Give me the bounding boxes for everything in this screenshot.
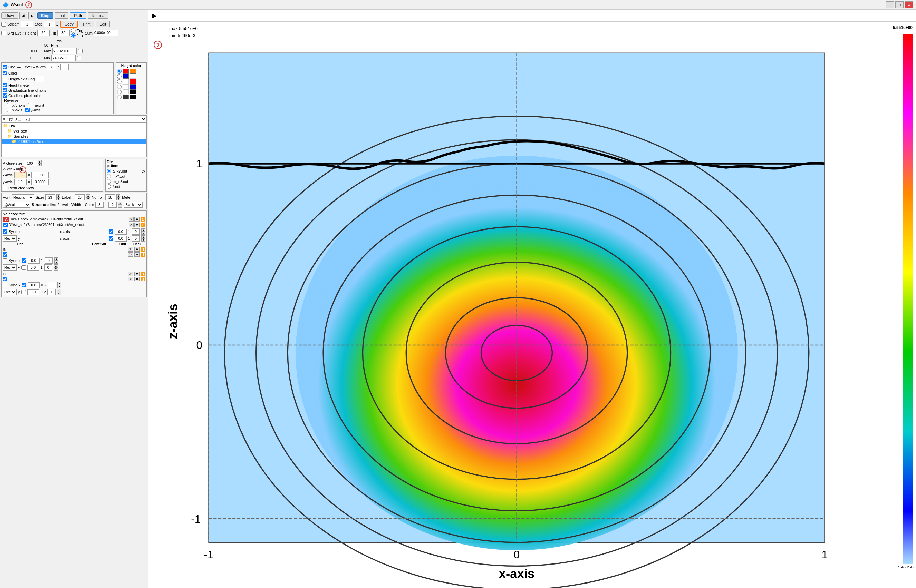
cx-cent[interactable]	[28, 282, 40, 288]
color-swatch-4a[interactable]	[123, 84, 129, 89]
close-button[interactable]: ✕	[905, 2, 913, 8]
sync-b-checkbox[interactable]	[3, 258, 7, 263]
z-axis-chk[interactable]	[109, 236, 113, 241]
c2-chk[interactable]	[3, 277, 7, 281]
struct-level-input[interactable]	[108, 202, 117, 208]
b2-chk[interactable]	[3, 252, 7, 257]
sum-input[interactable]	[94, 30, 118, 36]
c2-star-btn[interactable]: ✱	[134, 277, 140, 281]
prev-button[interactable]: ◀	[19, 12, 27, 19]
sl-up[interactable]: ▲	[118, 202, 122, 205]
min-input[interactable]	[52, 55, 76, 61]
z-deci-input[interactable]	[131, 235, 140, 242]
bird-eye-checkbox[interactable]	[2, 31, 6, 35]
color-swatch-1a[interactable]	[123, 69, 129, 73]
ls-up[interactable]: ▲	[86, 194, 90, 197]
pic-size-up[interactable]: ▲	[38, 160, 42, 163]
line-level-checkbox[interactable]	[3, 65, 7, 69]
file-a2-star-btn[interactable]: ✱	[134, 223, 140, 227]
fs-up[interactable]: ▲	[56, 194, 60, 197]
cy-chk[interactable]	[21, 290, 26, 294]
y-axis-rev-checkbox[interactable]	[25, 108, 30, 112]
replica-button[interactable]: Replica	[88, 13, 108, 19]
bx-deci[interactable]	[45, 257, 53, 263]
eng-radio[interactable]	[71, 28, 76, 33]
byu[interactable]: ▲	[54, 264, 58, 267]
tree-item-selected[interactable]: 📁 230601-cnt&mnt	[2, 139, 146, 144]
step-spin[interactable]: ▲ ▼	[44, 21, 59, 27]
fp-radio-2[interactable]	[107, 174, 111, 178]
cxu[interactable]: ▲	[57, 282, 61, 285]
cy-deci[interactable]	[47, 289, 56, 295]
c2-arrow-btn[interactable]: >	[128, 277, 133, 281]
by-deci[interactable]	[44, 264, 52, 271]
fs-down[interactable]: ▼	[56, 197, 60, 200]
color-select[interactable]: Black	[124, 202, 142, 208]
picture-size-input[interactable]	[24, 160, 36, 166]
tilt-input[interactable]	[57, 30, 70, 36]
edit-button[interactable]: Edit	[95, 21, 110, 27]
max-input[interactable]	[52, 48, 77, 54]
sync-c-checkbox[interactable]	[3, 283, 7, 288]
hc-radio-4[interactable]	[117, 84, 121, 89]
bxu[interactable]: ▲	[54, 257, 58, 260]
b2-arrow-btn[interactable]: >	[128, 252, 133, 257]
sync-a-checkbox[interactable]	[3, 229, 7, 234]
x-deci-input[interactable]	[131, 228, 140, 235]
line-level-val[interactable]	[47, 64, 56, 70]
x-axis-chk[interactable]	[109, 229, 113, 234]
stop-button[interactable]: Stop	[37, 13, 53, 19]
color-checkbox[interactable]	[3, 71, 7, 75]
restore-button[interactable]: □	[895, 2, 903, 8]
tree-item-d[interactable]: 📁 D:¥	[2, 123, 146, 128]
b2-star-btn[interactable]: ✱	[134, 252, 140, 257]
file-a-star-btn[interactable]: ✱	[134, 217, 140, 221]
draw-button[interactable]: Draw	[2, 13, 18, 19]
x-right-input[interactable]	[31, 172, 49, 178]
jpn-radio[interactable]	[71, 33, 76, 38]
cx-chk[interactable]	[22, 283, 26, 288]
label-size-input[interactable]	[75, 194, 84, 200]
height-meter-checkbox[interactable]	[3, 83, 7, 87]
c-arrow-btn[interactable]: >	[128, 271, 133, 276]
print-button[interactable]: Print	[79, 21, 95, 27]
ns-up[interactable]: ▲	[117, 194, 120, 197]
b-arrow-btn[interactable]: >	[128, 247, 133, 252]
by-cent[interactable]	[27, 265, 39, 271]
tree-item-samples[interactable]: 📁 Samples	[2, 134, 146, 139]
xd-down[interactable]: ▼	[141, 231, 146, 235]
stream-checkbox[interactable]	[2, 22, 6, 27]
cyd[interactable]: ▼	[57, 292, 61, 295]
color-swatch-6b[interactable]	[130, 95, 136, 99]
file-a-arrow-btn[interactable]: >	[129, 217, 134, 221]
color-swatch-3a[interactable]	[123, 79, 129, 84]
hc-radio-2[interactable]	[117, 74, 121, 79]
path-button[interactable]: Path	[70, 12, 86, 19]
min-fix-checkbox[interactable]	[77, 56, 81, 60]
zd-down[interactable]: ▼	[141, 238, 146, 242]
exit-button[interactable]: Exit	[55, 13, 68, 19]
byd[interactable]: ▼	[54, 267, 58, 271]
by-chk[interactable]	[21, 265, 26, 270]
bird-height-input[interactable]	[37, 30, 50, 36]
bx-cent[interactable]	[28, 258, 40, 263]
graduation-line-checkbox[interactable]	[3, 88, 7, 92]
font-type-select[interactable]: Regular	[12, 194, 34, 200]
y-val-input[interactable]	[14, 179, 27, 185]
height-rev-checkbox[interactable]	[28, 103, 32, 107]
max-fix-checkbox[interactable]	[78, 49, 83, 53]
volume-dropdown[interactable]: d：[ボリューム]	[2, 115, 147, 123]
color-swatch-5b[interactable]	[130, 89, 136, 94]
step-down[interactable]: ▼	[55, 24, 59, 27]
hc-radio-6[interactable]	[117, 95, 121, 99]
next-button[interactable]: ▶	[28, 12, 36, 19]
step-up[interactable]: ▲	[55, 21, 59, 24]
cy-cent[interactable]	[27, 289, 39, 295]
step-input[interactable]	[44, 21, 55, 27]
font-size-input[interactable]	[45, 194, 55, 200]
hc-radio-1[interactable]	[117, 69, 121, 73]
struct-val-input[interactable]	[95, 202, 104, 208]
x-axis-rev-checkbox[interactable]	[7, 108, 11, 112]
numb-size-input[interactable]	[105, 194, 115, 200]
play-button[interactable]: ▶	[152, 12, 157, 19]
